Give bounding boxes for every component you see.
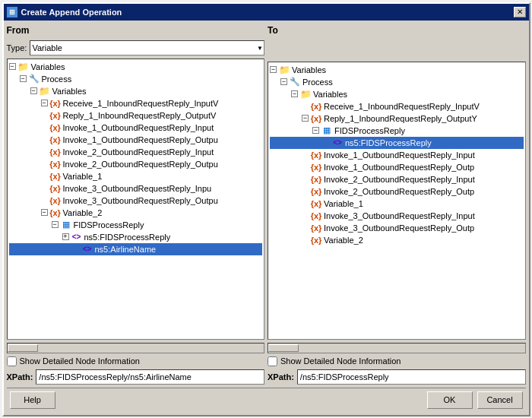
from-hscrollbar[interactable] [7,343,265,353]
tree-node-label: FIDSProcessReply [334,126,405,135]
expand-placeholder [41,160,48,167]
to-xpath-row: XPath: [268,369,526,385]
from-hscrollbar-thumb[interactable] [8,344,38,352]
to-tree-container[interactable]: − 📁 Variables − 🔧 Process − 📁 Variables … [268,62,526,340]
tree-node-label: Variables [31,62,65,71]
cancel-button[interactable]: Cancel [477,391,523,409]
struct-icon: ▦ [62,220,70,230]
tree-row[interactable]: − 📁 Variables [270,88,524,100]
tree-node-label: Receive_1_InboundRequestReply_InputV [63,99,219,108]
tree-node-label: Variable_2 [63,208,103,217]
tree-row[interactable]: <> ns5:FIDSProcessReply [270,137,524,149]
tree-row[interactable]: {x} Invoke_2_OutboundRequestReply_Outpu [9,158,263,170]
from-show-detail-label: Show Detailed Node Information [20,356,140,366]
tree-node-label: Variables [313,90,347,99]
tree-node-label: Invoke_2_OutboundRequestReply_Outp [324,187,474,196]
expand-placeholder [302,163,309,170]
close-button[interactable]: ✕ [514,7,526,17]
tree-row[interactable]: − 📁 Variables [9,61,263,73]
tree-row[interactable]: {x} Invoke_2_OutboundRequestReply_Input [9,146,263,158]
title-bar-text: ⊞ Create Append Operation [7,7,122,17]
variable-icon: {x} [311,102,322,111]
from-tree-container[interactable]: − 📁 Variables − 🔧 Process − 📁 Variables … [7,59,265,340]
tree-row[interactable]: {x} Receive_1_InboundRequestReply_InputV [270,100,524,112]
tree-row[interactable]: {x} Variable_1 [270,198,524,210]
expand-placeholder [323,139,330,146]
variable-icon: {x} [49,196,61,205]
tree-row[interactable]: {x} Reply_1_InboundRequestReply_OutputV [9,109,263,122]
expand-icon[interactable]: − [280,78,287,85]
tree-row[interactable]: {x} Variable_2 [270,234,524,246]
tree-row[interactable]: {x} Invoke_3_OutboundRequestReply_Outp [270,222,524,234]
expand-icon[interactable]: − [270,66,277,73]
tree-node-label: Reply_1_InboundRequestReply_OutputV [63,111,217,120]
variable-icon: {x} [49,111,61,120]
tree-row[interactable]: {x} Variable_1 [9,170,263,182]
folder-icon: 📁 [279,65,290,75]
expand-icon[interactable]: − [312,127,319,134]
tree-node-label: ns5:FIDSProcessReply [84,233,171,242]
folder-icon: 📁 [17,62,29,72]
variable-icon: {x} [49,99,61,108]
expand-icon[interactable]: − [9,63,16,70]
dialog-body: From Type: Variable ▼ − 📁 Variables − 🔧 … [4,21,529,415]
tree-node-label: FIDSProcessReply [74,220,144,230]
tree-row[interactable]: − 🔧 Process [270,76,524,88]
tree-node-label: ns5:AirlineName [95,245,157,254]
expand-placeholder [41,148,48,155]
expand-icon[interactable]: − [41,209,48,216]
type-select-wrapper: Variable ▼ [30,40,264,55]
tree-node-label: Invoke_1_OutboundRequestReply_Input [63,123,214,132]
tree-row[interactable]: − {x} Reply_1_InboundRequestReply_Output… [270,112,524,125]
type-select[interactable]: Variable [30,40,264,55]
tree-node-label: Variable_2 [324,236,363,245]
tree-row[interactable]: {x} Invoke_1_OutboundRequestReply_Outpu [9,134,263,146]
tree-row[interactable]: {x} Invoke_1_OutboundRequestReply_Input [270,149,524,161]
to-hscrollbar[interactable] [268,343,526,353]
tree-row[interactable]: {x} Invoke_1_OutboundRequestReply_Input [9,122,263,134]
tree-row[interactable]: − 🔧 Process [9,73,263,85]
expand-icon[interactable]: − [41,100,48,106]
variable-icon: {x} [311,199,322,208]
tree-node-label: Variable_1 [63,172,103,181]
tree-row[interactable]: + <> ns5:FIDSProcessReply [9,231,263,243]
tree-row[interactable]: − 📁 Variables [270,64,524,76]
expand-icon[interactable]: − [52,221,59,228]
tree-node-label: Invoke_1_OutboundRequestReply_Outpu [63,135,218,144]
to-xpath-input[interactable] [297,369,526,385]
tree-row[interactable]: − {x} Receive_1_InboundRequestReply_Inpu… [9,97,263,109]
tree-row[interactable]: − ▦ FIDSProcessReply [270,125,524,137]
tree-row[interactable]: {x} Invoke_2_OutboundRequestReply_Input [270,173,524,185]
variable-icon: {x} [49,184,61,193]
expand-icon[interactable]: − [20,75,27,82]
tree-row[interactable]: {x} Invoke_3_OutboundRequestReply_Outpu [9,195,263,207]
title-bar: ⊞ Create Append Operation ✕ [4,4,529,21]
tree-row[interactable]: − {x} Variable_2 [9,207,263,219]
help-button[interactable]: Help [10,391,55,409]
variable-icon: {x} [311,114,322,123]
expand-icon[interactable]: + [62,233,69,240]
tree-row[interactable]: − 📁 Variables [9,85,263,97]
from-xpath-input[interactable] [36,369,264,385]
tree-row[interactable]: {x} Invoke_2_OutboundRequestReply_Outp [270,185,524,198]
expand-placeholder [302,212,309,219]
tree-row[interactable]: − ▦ FIDSProcessReply [9,219,263,231]
ok-button[interactable]: OK [427,391,473,409]
tree-row[interactable]: {x} Invoke_3_OutboundRequestReply_Inpu [9,182,263,195]
tree-row[interactable]: <> ns5:AirlineName [9,243,263,255]
tree-row[interactable]: {x} Invoke_3_OutboundRequestReply_Input [270,210,524,222]
expand-icon[interactable]: − [302,115,309,122]
from-panel-title: From [7,24,265,37]
tree-row[interactable]: {x} Invoke_1_OutboundRequestReply_Outp [270,161,524,173]
expand-icon[interactable]: − [30,87,37,94]
tree-node-label: Invoke_2_OutboundRequestReply_Outpu [63,160,218,169]
tree-node-label: Receive_1_InboundRequestReply_InputV [324,102,480,111]
tree-node-label: Invoke_1_OutboundRequestReply_Outp [324,163,474,172]
from-show-detail-checkbox[interactable] [7,356,17,366]
expand-icon[interactable]: − [291,90,298,97]
footer-right: OK Cancel [427,391,523,409]
to-show-detail-checkbox[interactable] [268,356,277,366]
tree-node-label: Invoke_3_OutboundRequestReply_Outp [324,223,474,233]
to-hscrollbar-thumb[interactable] [268,344,299,352]
to-xpath-label: XPath: [268,372,294,382]
